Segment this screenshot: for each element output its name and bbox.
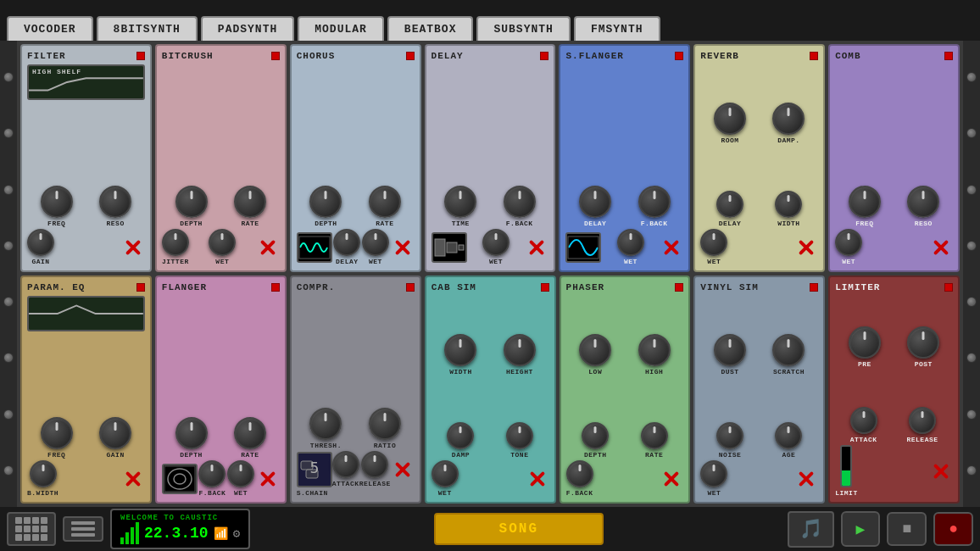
sflanger-delay-knob[interactable] bbox=[579, 186, 611, 218]
comb-freq-knob[interactable] bbox=[849, 186, 881, 218]
flanger-depth-knob[interactable] bbox=[175, 417, 208, 449]
bitcrush-depth-knob[interactable] bbox=[175, 186, 208, 218]
tab-padsynth[interactable]: PADSYNTH bbox=[201, 16, 294, 41]
reverb-room-knob[interactable] bbox=[714, 103, 746, 135]
sflanger-wet-knob[interactable] bbox=[617, 229, 644, 256]
flanger-fback-knob[interactable] bbox=[198, 460, 226, 487]
play-btn[interactable]: ▶ bbox=[841, 511, 881, 547]
flanger-power-btn[interactable] bbox=[271, 283, 280, 292]
filter-reso-knob[interactable] bbox=[99, 186, 131, 218]
vinylsim-wet-knob[interactable] bbox=[700, 460, 727, 487]
filter-freq-knob[interactable] bbox=[41, 186, 73, 218]
phaser-fback-knob[interactable] bbox=[566, 460, 593, 487]
bitcrush-wet-knob[interactable] bbox=[209, 229, 236, 256]
comb-wet-knob[interactable] bbox=[835, 229, 862, 256]
grid-cell bbox=[32, 517, 39, 524]
song-button[interactable]: SONG bbox=[434, 513, 604, 545]
cabsim-damp-knob[interactable] bbox=[447, 422, 474, 449]
chorus-header: CHORUS bbox=[297, 51, 415, 61]
comb-remove-btn[interactable] bbox=[929, 236, 953, 259]
cabsim-width-knob[interactable] bbox=[444, 334, 476, 366]
delay-remove-btn[interactable] bbox=[525, 236, 548, 259]
compr-attack-knob[interactable] bbox=[332, 451, 359, 478]
sflanger-power-btn[interactable] bbox=[675, 52, 683, 60]
grid-view-btn[interactable] bbox=[7, 512, 56, 546]
phaser-rate-knob[interactable] bbox=[641, 422, 668, 449]
comb-power-btn[interactable] bbox=[944, 52, 953, 60]
list-view-btn[interactable] bbox=[63, 516, 103, 542]
filter-gain-knob[interactable] bbox=[27, 229, 54, 256]
cabsim-power-btn[interactable] bbox=[541, 283, 549, 292]
compr-thresh-knob[interactable] bbox=[309, 408, 342, 440]
sflanger-fback-knob[interactable] bbox=[638, 186, 671, 218]
reverb-wet-knob[interactable] bbox=[700, 229, 727, 256]
chorus-power-btn[interactable] bbox=[406, 52, 415, 60]
parameq-bwidth-knob[interactable] bbox=[30, 460, 57, 487]
compr-ratio-knob[interactable] bbox=[369, 408, 401, 440]
compr-release-knob[interactable] bbox=[361, 451, 388, 478]
parameq-gain-knob[interactable] bbox=[99, 417, 131, 449]
delay-time-knob[interactable] bbox=[444, 186, 476, 218]
phaser-power-btn[interactable] bbox=[675, 283, 683, 292]
vinylsim-remove-btn[interactable] bbox=[794, 467, 818, 491]
vinylsim-scratch-knob[interactable] bbox=[772, 334, 805, 366]
limiter-release-knob[interactable] bbox=[909, 407, 936, 434]
limiter-post-knob[interactable] bbox=[907, 326, 939, 359]
reverb-damp-knob[interactable] bbox=[772, 103, 805, 135]
delay-fback-knob[interactable] bbox=[504, 186, 536, 218]
chorus-delay-knob[interactable] bbox=[333, 229, 360, 256]
limiter-pre-knob[interactable] bbox=[849, 326, 881, 359]
reverb-delay-knob[interactable] bbox=[716, 191, 743, 218]
metronome-btn[interactable]: 🎵 bbox=[788, 511, 834, 548]
tab-beatbox[interactable]: BEATBOX bbox=[387, 16, 474, 41]
tab-modular[interactable]: MODULAR bbox=[298, 16, 384, 41]
delay-power-btn[interactable] bbox=[540, 52, 548, 60]
cabsim-wet-knob[interactable] bbox=[432, 460, 459, 487]
filter-power-btn[interactable] bbox=[136, 52, 145, 60]
chorus-rate-knob[interactable] bbox=[369, 186, 401, 218]
phaser-remove-btn[interactable] bbox=[660, 467, 683, 491]
cabsim-remove-btn[interactable] bbox=[526, 467, 549, 491]
cabsim-height-knob[interactable] bbox=[504, 334, 536, 366]
compr-power-btn[interactable] bbox=[406, 283, 415, 292]
flanger-remove-btn[interactable] bbox=[256, 467, 280, 491]
bitcrush-rate-knob[interactable] bbox=[234, 186, 266, 218]
tab-vocoder[interactable]: VOCODER bbox=[7, 16, 93, 41]
stop-btn[interactable]: ■ bbox=[887, 512, 927, 546]
vinylsim-dust-knob[interactable] bbox=[714, 334, 746, 366]
parameq-remove-btn[interactable] bbox=[121, 467, 145, 491]
bitcrush-power-btn[interactable] bbox=[271, 52, 280, 60]
reverb-width-knob[interactable] bbox=[775, 191, 802, 218]
tab-8bitsynth[interactable]: 8BITSYNTH bbox=[97, 16, 198, 41]
reverb-power-btn[interactable] bbox=[810, 52, 818, 60]
reverb-remove-btn[interactable] bbox=[794, 236, 818, 259]
chorus-remove-btn[interactable] bbox=[391, 236, 415, 259]
vinylsim-age-knob[interactable] bbox=[775, 422, 802, 449]
flanger-wet-knob[interactable] bbox=[227, 460, 254, 487]
compr-remove-btn[interactable] bbox=[391, 458, 415, 481]
sflanger-remove-btn[interactable] bbox=[660, 236, 683, 259]
limiter-power-btn[interactable] bbox=[944, 283, 953, 292]
phaser-high-knob[interactable] bbox=[638, 334, 671, 366]
tab-subsynth[interactable]: SUBSYNTH bbox=[476, 16, 570, 41]
tab-fmsynth[interactable]: FMSYNTH bbox=[574, 16, 660, 41]
vinylsim-power-btn[interactable] bbox=[810, 283, 818, 292]
parameq-freq-knob[interactable] bbox=[41, 417, 73, 449]
chorus-wet-knob[interactable] bbox=[362, 229, 389, 256]
phaser-depth-knob[interactable] bbox=[582, 422, 609, 449]
vinylsim-noise-knob[interactable] bbox=[716, 422, 743, 449]
limiter-remove-btn[interactable] bbox=[929, 459, 953, 483]
bitcrush-jitter-knob[interactable] bbox=[162, 229, 189, 256]
delay-wet-knob[interactable] bbox=[482, 229, 509, 256]
filter-remove-btn[interactable] bbox=[121, 236, 145, 259]
cabsim-tone-knob[interactable] bbox=[506, 422, 533, 449]
limiter-attack-knob[interactable] bbox=[850, 407, 877, 434]
parameq-power-btn[interactable] bbox=[136, 283, 145, 292]
chorus-depth-knob[interactable] bbox=[309, 186, 342, 218]
bitcrush-remove-btn[interactable] bbox=[256, 236, 280, 259]
rec-btn[interactable]: ● bbox=[933, 512, 973, 546]
limiter-title: LIMITER bbox=[835, 282, 880, 292]
flanger-rate-knob[interactable] bbox=[234, 417, 266, 449]
phaser-low-knob[interactable] bbox=[579, 334, 611, 366]
comb-reso-knob[interactable] bbox=[907, 186, 939, 218]
